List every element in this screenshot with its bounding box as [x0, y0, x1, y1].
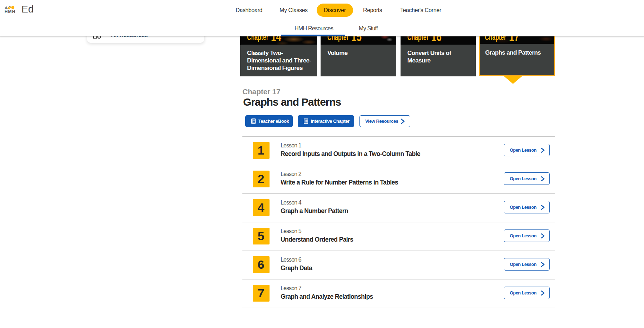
svg-text:HMH: HMH: [5, 9, 16, 14]
